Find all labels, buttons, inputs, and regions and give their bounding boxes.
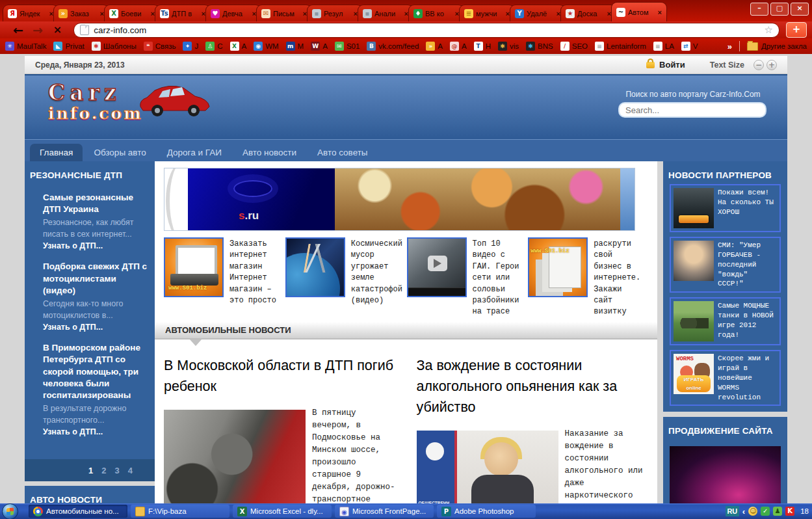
sidebar-news-link[interactable]: Узнать о ДТП... [43, 323, 148, 332]
video-caption[interactable]: Заказать интернет магазин Интернет магаз… [229, 237, 285, 318]
pagination-page[interactable]: 1 [88, 466, 93, 475]
browser-tab[interactable]: Ts ДТП в × [155, 5, 211, 21]
video-teaser[interactable]: www.S01.biz раскрути свой бизнес в интер… [528, 237, 649, 318]
taskbar-task[interactable]: X Microsoft Excel - dly... [233, 505, 332, 518]
restore-button[interactable]: ▢ [770, 3, 789, 16]
nav-item[interactable]: Авто новости [233, 144, 306, 161]
top-banner-ad[interactable]: s.ru [164, 168, 635, 231]
start-button[interactable] [2, 503, 18, 519]
partner-ad-caption[interactable]: Скорее жми и играй в новейшие WORMS revo… [718, 354, 777, 402]
video-caption[interactable]: Топ 10 видео с ГАИ. Герои сети или солов… [473, 237, 529, 318]
taskbar-task[interactable]: ◉ Microsoft FrontPage... [335, 505, 434, 518]
messenger-tray-icon[interactable]: ☺ [748, 507, 757, 516]
bookmark-item[interactable]: ≡ LA [653, 42, 674, 51]
video-teaser[interactable]: Космический мусор угрожает земле катастр… [285, 237, 407, 318]
bookmark-item[interactable]: ≡ Lentainform [595, 42, 646, 51]
browser-tab[interactable]: Y Удалё × [510, 5, 566, 21]
partner-ad[interactable]: WORMS ИГРАТЬ online Скорее жми и играй в… [670, 350, 781, 406]
bookmark-item[interactable]: ✱ BNS [526, 42, 553, 51]
partner-ad-thumbnail[interactable]: WORMS ИГРАТЬ online [674, 354, 714, 394]
bookmark-item[interactable]: ✳ MaulTalk [5, 42, 46, 51]
partner-ad[interactable]: СМИ: "Умер ГОРБАЧЕВ - последний "вождь" … [670, 237, 781, 293]
site-logo[interactable]: Carz info.com [48, 82, 143, 122]
browser-tab[interactable]: ★ Доска × [560, 5, 616, 21]
bookmark-item[interactable]: » A [426, 42, 443, 51]
video-teaser[interactable]: Топ 10 видео с ГАИ. Герои сети или солов… [407, 237, 529, 318]
browser-tab[interactable]: ♦ ВВ ко × [408, 5, 464, 21]
nav-item[interactable]: Дорога и ГАИ [157, 144, 231, 161]
bookmark-star-icon[interactable]: ☆ [765, 24, 773, 36]
pagination-page[interactable]: 3 [115, 466, 120, 475]
back-icon[interactable]: ← [13, 23, 23, 37]
close-button[interactable]: × [791, 3, 809, 16]
bookmark-item[interactable]: B vk.com/feed [367, 42, 419, 51]
bookmark-item[interactable]: T H [474, 42, 491, 51]
bookmark-item[interactable]: @ A [450, 42, 467, 51]
bookmark-item[interactable]: m M [286, 42, 304, 51]
sidebar-news-link[interactable]: Узнать о ДТП... [43, 427, 148, 436]
bookmark-item[interactable]: ◣ Privat [53, 42, 84, 51]
taskbar-task[interactable]: P Adobe Photoshop [437, 505, 536, 518]
language-indicator[interactable]: RU [726, 506, 739, 516]
video-teaser[interactable]: www.S01.biz Заказать интернет магазин Ин… [164, 237, 285, 318]
taskbar-task[interactable]: Автомобильные но... [29, 505, 127, 518]
pagination-page[interactable]: 4 [128, 466, 133, 475]
browser-tab[interactable]: ✉ Письм × [256, 5, 312, 21]
video-thumbnail[interactable]: www.S01.biz [528, 237, 588, 297]
login-link[interactable]: Войти [659, 60, 685, 70]
text-size-decrease-button[interactable]: − [753, 60, 764, 70]
bookmark-item[interactable]: ✉ S01 [335, 42, 360, 51]
nav-item[interactable]: Главная [30, 144, 83, 161]
browser-tab[interactable]: ≡ мужчи × [459, 5, 515, 21]
bookmark-item[interactable]: W A [311, 42, 328, 51]
shield-tray-icon[interactable]: ✓ [761, 507, 770, 516]
browser-tab[interactable]: ▪ Резул × [307, 5, 363, 21]
browser-tab[interactable]: ♥ Девча × [205, 5, 261, 21]
bookmark-item[interactable]: ❝ Связь [144, 42, 176, 51]
bookmarks-overflow-chevron[interactable]: » [727, 42, 732, 51]
bookmark-item[interactable]: ✱ Шаблоны [92, 42, 137, 51]
bookmark-item[interactable]: / SEO [560, 42, 588, 51]
browser-tab[interactable]: ~ Автом × [611, 2, 667, 21]
browser-tab[interactable]: X Боеви × [104, 5, 160, 21]
sidebar-news-title[interactable]: В Приморском районе Петербурга ДТП со ск… [43, 342, 148, 401]
agent-tray-icon[interactable]: ♟ [773, 507, 782, 516]
pagination-page[interactable]: 2 [101, 466, 106, 475]
partner-ad[interactable]: Самые МОЩНЫЕ танки в НОВОЙ игре 2012 год… [670, 297, 781, 345]
partner-ad-caption[interactable]: СМИ: "Умер ГОРБАЧЕВ - последний "вождь" … [718, 241, 777, 289]
taskbar-task[interactable]: F:\Vip-baza [131, 505, 229, 518]
ad-play-button[interactable]: ИГРАТЬ online [677, 375, 711, 392]
promotion-image[interactable] [670, 446, 781, 503]
article-title[interactable]: За вождение в состоянии алкогольного опь… [417, 355, 650, 418]
bookmark-item[interactable]: ✱ vis [498, 42, 519, 51]
browser-tab[interactable]: Я Яндек × [3, 5, 59, 21]
video-caption[interactable]: Космический мусор угрожает земле катастр… [351, 237, 407, 318]
partner-ad-thumbnail[interactable] [674, 241, 714, 281]
bookmark-item[interactable]: ◉ WM [254, 42, 278, 51]
browser-tab[interactable]: » Заказ × [53, 5, 109, 21]
tray-expand-chevron[interactable]: ‹ [742, 507, 745, 516]
search-input[interactable] [618, 102, 766, 118]
tab-close-icon[interactable]: × [658, 8, 662, 16]
sidebar-news-title[interactable]: Подборка свежих ДТП с мотоциклистами (ви… [43, 261, 148, 297]
video-thumbnail[interactable] [285, 237, 345, 297]
sidebar-news-link[interactable]: Узнать о ДТП... [43, 241, 148, 250]
other-bookmarks-folder[interactable]: Другие закла [747, 42, 807, 51]
partner-ad-thumbnail[interactable] [674, 301, 714, 341]
bookmark-item[interactable]: ⇄ V [681, 42, 698, 51]
partner-ad-caption[interactable]: Покажи всем! На сколько ТЫ ХОРОШ [718, 188, 777, 228]
partner-ad-caption[interactable]: Самые МОЩНЫЕ танки в НОВОЙ игре 2012 год… [718, 301, 777, 341]
antivirus-tray-icon[interactable]: K [785, 507, 794, 516]
video-thumbnail[interactable] [407, 237, 467, 297]
browser-tab[interactable]: ▪ Анали × [358, 5, 413, 21]
partner-ad-thumbnail[interactable] [674, 188, 714, 228]
forward-icon[interactable]: → [33, 23, 43, 37]
address-url[interactable]: carz-info.com [94, 25, 759, 35]
text-size-increase-button[interactable]: + [766, 60, 777, 70]
video-thumbnail[interactable]: www.S01.biz [164, 237, 224, 297]
nav-item[interactable]: Авто советы [308, 144, 378, 161]
bookmark-item[interactable]: ♙ C [205, 42, 222, 51]
bookmark-item[interactable]: X A [230, 42, 247, 51]
stop-icon[interactable]: × [53, 23, 62, 37]
bookmark-item[interactable]: ✦ J [183, 42, 198, 51]
